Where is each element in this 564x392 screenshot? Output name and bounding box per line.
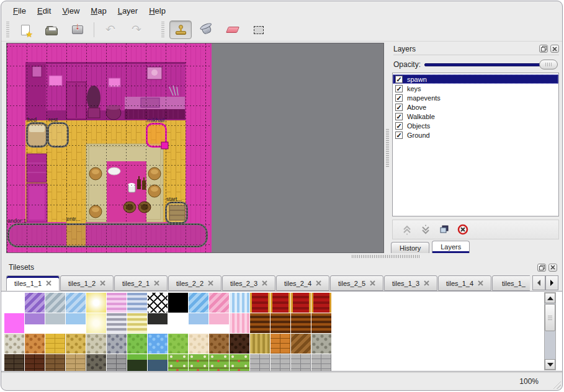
scrollbar-thumb[interactable] xyxy=(545,304,555,331)
map-viewport[interactable]: bed rest mikhail start... andor xyxy=(6,43,384,253)
tile-3-7[interactable] xyxy=(148,354,168,372)
tile-3-3[interactable] xyxy=(66,354,86,372)
toolbar-handle[interactable] xyxy=(6,22,9,38)
tile-0-2[interactable] xyxy=(45,293,65,313)
tile-2-5[interactable] xyxy=(107,334,127,354)
tile-3-11[interactable] xyxy=(230,354,249,372)
tile-2-1[interactable] xyxy=(25,334,45,354)
layer-visibility-checkbox[interactable]: ✓ xyxy=(395,113,403,120)
tile-3-8[interactable] xyxy=(168,354,188,372)
tile-1-7[interactable] xyxy=(148,313,168,333)
tile-1-12[interactable] xyxy=(250,313,270,333)
tile-1-4[interactable] xyxy=(86,313,106,333)
layer-row-Walkable[interactable]: ✓Walkable xyxy=(393,112,558,121)
selection-handle[interactable] xyxy=(161,142,168,149)
tileset-tab-tiles_2_5[interactable]: tiles_2_5 xyxy=(330,275,383,291)
layer-visibility-checkbox[interactable]: ✓ xyxy=(395,104,403,111)
layer-row-Above[interactable]: ✓Above xyxy=(393,102,558,112)
close-tab-icon[interactable] xyxy=(370,280,375,286)
dock-tab-layers[interactable]: Layers xyxy=(432,241,470,253)
menu-item-layer[interactable]: Layer xyxy=(112,5,144,17)
stamp-tool-button[interactable] xyxy=(169,20,192,39)
tile-3-12[interactable] xyxy=(250,354,270,372)
close-tab-icon[interactable] xyxy=(208,280,213,286)
tile-0-0[interactable] xyxy=(4,293,24,313)
close-tab-icon[interactable] xyxy=(316,280,321,286)
duplicate-layer-button[interactable] xyxy=(435,221,454,238)
tile-0-7[interactable] xyxy=(148,293,168,313)
tile-1-13[interactable] xyxy=(271,313,290,333)
tile-3-13[interactable] xyxy=(271,354,290,372)
tile-3-9[interactable] xyxy=(189,354,208,372)
new-file-button[interactable]: ★ xyxy=(14,20,37,39)
float-dock-icon[interactable] xyxy=(537,264,546,272)
menu-item-view[interactable]: View xyxy=(56,5,85,17)
tileset-tab-tiles_2_1[interactable]: tiles_2_1 xyxy=(114,275,168,291)
redo-button[interactable]: ↷ xyxy=(125,20,148,39)
horizontal-splitter[interactable] xyxy=(1,253,562,260)
tile-1-11[interactable] xyxy=(230,313,249,333)
open-button[interactable] xyxy=(40,20,63,39)
raise-layer-button[interactable] xyxy=(398,221,416,238)
toolbar-handle[interactable] xyxy=(161,22,164,38)
tileset-tab-tiles_1_4[interactable]: tiles_1_4 xyxy=(438,275,491,291)
tile-3-5[interactable] xyxy=(107,354,127,372)
layer-row-spawn[interactable]: ✓spawn xyxy=(393,74,558,84)
close-tab-icon[interactable] xyxy=(478,280,483,286)
tile-2-9[interactable] xyxy=(189,334,208,354)
tile-3-4[interactable] xyxy=(86,354,106,372)
layer-visibility-checkbox[interactable]: ✓ xyxy=(395,85,403,92)
tile-1-8[interactable] xyxy=(168,313,188,333)
tile-1-3[interactable] xyxy=(66,313,86,333)
menu-item-edit[interactable]: Edit xyxy=(32,5,56,17)
layer-visibility-checkbox[interactable]: ✓ xyxy=(395,76,403,83)
tile-3-1[interactable] xyxy=(25,354,45,372)
tileset-tab-tiles_1_2[interactable]: tiles_1_2 xyxy=(60,275,114,291)
tile-3-2[interactable] xyxy=(45,354,65,372)
tile-2-12[interactable] xyxy=(250,334,270,354)
menu-item-file[interactable]: File xyxy=(7,5,32,17)
tab-scroll-left-icon[interactable] xyxy=(532,275,545,290)
close-tab-icon[interactable] xyxy=(424,280,429,286)
menu-item-help[interactable]: Help xyxy=(143,5,171,17)
delete-layer-button[interactable] xyxy=(454,221,472,238)
close-tab-icon[interactable] xyxy=(262,280,267,286)
tile-0-10[interactable] xyxy=(209,293,229,313)
close-tab-icon[interactable] xyxy=(46,280,51,286)
tileset-tab-tiles_1_1[interactable]: tiles_1_1 xyxy=(6,275,60,291)
tile-0-8[interactable] xyxy=(168,293,188,313)
scroll-down-icon[interactable] xyxy=(545,359,555,370)
layer-row-mapevents[interactable]: ✓mapevents xyxy=(393,93,558,102)
tile-0-14[interactable] xyxy=(291,293,311,313)
tab-scroll-right-icon[interactable] xyxy=(545,275,558,290)
tile-3-6[interactable] xyxy=(127,354,147,372)
tile-2-14[interactable] xyxy=(291,334,311,354)
layer-visibility-checkbox[interactable]: ✓ xyxy=(395,131,403,139)
tile-1-2[interactable] xyxy=(45,313,65,333)
tileset-tab-tiles_2_2[interactable]: tiles_2_2 xyxy=(168,275,222,291)
tile-0-1[interactable] xyxy=(25,293,45,313)
layer-row-Objects[interactable]: ✓Objects xyxy=(393,121,558,130)
tile-1-5[interactable] xyxy=(107,313,127,333)
tile-2-11[interactable] xyxy=(230,334,249,354)
tile-2-6[interactable] xyxy=(127,334,147,354)
save-button[interactable]: ↓ xyxy=(66,20,89,39)
opacity-slider[interactable] xyxy=(423,60,558,69)
menu-item-map[interactable]: Map xyxy=(85,5,112,17)
tile-2-4[interactable] xyxy=(86,334,106,354)
layer-row-keys[interactable]: ✓keys xyxy=(393,84,558,93)
close-dock-icon[interactable] xyxy=(548,264,557,272)
tileset-tab-tiles_1_3[interactable]: tiles_1_3 xyxy=(384,275,437,291)
tile-1-10[interactable] xyxy=(209,313,229,333)
vertical-splitter[interactable] xyxy=(384,43,391,253)
tile-3-14[interactable] xyxy=(291,354,311,372)
tile-2-3[interactable] xyxy=(66,334,86,354)
tile-3-10[interactable] xyxy=(209,354,229,372)
tileset-tab-tiles_2_4[interactable]: tiles_2_4 xyxy=(276,275,329,291)
tile-2-13[interactable] xyxy=(271,334,290,354)
tile-0-5[interactable] xyxy=(107,293,127,313)
resize-grip[interactable] xyxy=(550,378,561,389)
tile-1-9[interactable] xyxy=(189,313,208,333)
map-canvas[interactable]: bed rest mikhail start... andor xyxy=(7,43,212,253)
tile-2-15[interactable] xyxy=(311,334,331,354)
